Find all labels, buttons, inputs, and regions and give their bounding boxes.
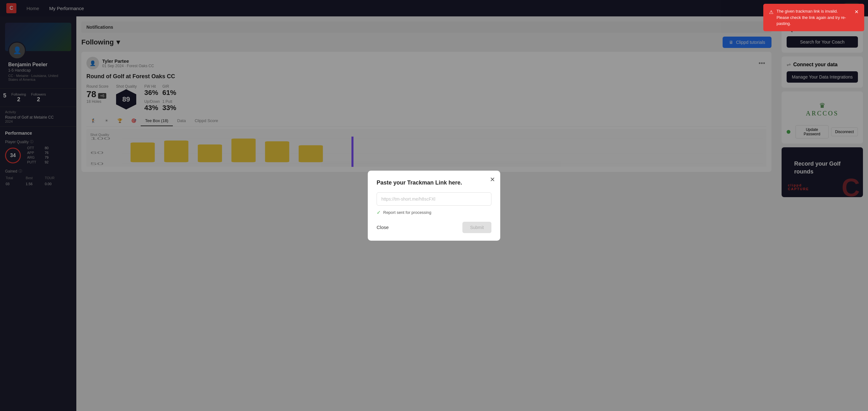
modal-title: Paste your Trackman Link here. [377,180,491,186]
toast-message: The given trackman link is invalid. Plea… [777,8,851,27]
modal-actions: Close Submit [377,222,491,233]
modal-submit-button: Submit [462,222,491,233]
trackman-link-input[interactable] [377,192,491,205]
modal-success-row: ✓ Report sent for processing [377,210,491,215]
error-toast: ⚠ The given trackman link is invalid. Pl… [763,4,864,31]
toast-warning-icon: ⚠ [769,8,773,16]
trackman-modal: Paste your Trackman Link here. ✕ ✓ Repor… [368,171,500,241]
modal-overlay[interactable]: Paste your Trackman Link here. ✕ ✓ Repor… [0,0,868,411]
toast-close-icon[interactable]: ✕ [855,8,859,16]
modal-close-button[interactable]: Close [377,222,389,232]
success-check-icon: ✓ [377,210,381,215]
modal-success-message: Report sent for processing [383,210,431,215]
modal-close-x-button[interactable]: ✕ [490,176,495,183]
